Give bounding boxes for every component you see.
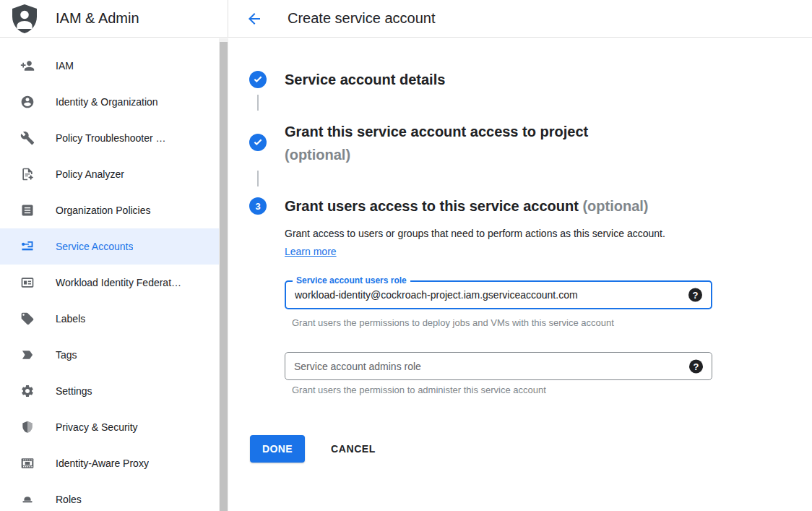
admins-role-input[interactable] xyxy=(285,353,712,379)
sidebar-item-label: Roles xyxy=(56,494,82,505)
sidebar-item-label: Tags xyxy=(56,349,77,361)
users-role-floating-label: Service account users role xyxy=(293,275,410,286)
step2-check-icon xyxy=(249,134,267,151)
wrench-icon xyxy=(20,131,35,145)
shield-half-icon xyxy=(20,420,35,434)
step-connector xyxy=(257,171,259,186)
list-doc-icon xyxy=(20,203,35,218)
card-icon xyxy=(20,275,35,290)
main-panel: Create service account Service account d… xyxy=(228,0,812,511)
sidebar-item-workload-identity-federation[interactable]: Workload Identity Federat… xyxy=(0,265,219,301)
sidebar-item-identity-aware-proxy[interactable]: Identity-Aware Proxy xyxy=(0,445,219,481)
learn-more-link[interactable]: Learn more xyxy=(285,246,337,257)
step3-number-badge: 3 xyxy=(249,197,267,215)
sidebar-item-label: Privacy & Security xyxy=(56,421,138,433)
sidebar-item-label: Identity-Aware Proxy xyxy=(56,458,149,469)
sidebar-item-label: Settings xyxy=(56,385,92,397)
sidebar: IAM & Admin IAM Identity & Organization … xyxy=(0,0,228,511)
sidebar-item-settings[interactable]: Settings xyxy=(0,373,219,409)
arrow-back-icon xyxy=(246,10,263,27)
hat-icon xyxy=(20,492,35,507)
sidebar-item-policy-analyzer[interactable]: Policy Analyzer xyxy=(0,156,219,192)
sidebar-scrollbar[interactable] xyxy=(219,38,228,511)
service-account-key-icon xyxy=(20,239,35,254)
sidebar-item-iam[interactable]: IAM xyxy=(0,48,219,84)
step3-description: Grant access to users or groups that nee… xyxy=(285,225,683,261)
iam-admin-logo-shield-person-icon xyxy=(12,4,38,33)
gcp-console-window: IAM & Admin IAM Identity & Organization … xyxy=(0,0,812,511)
proxy-icon xyxy=(20,456,35,471)
sidebar-item-label: Policy Analyzer xyxy=(56,168,124,180)
tag-arrow-icon xyxy=(20,348,35,362)
sidebar-item-labels[interactable]: Labels xyxy=(0,301,219,337)
done-button[interactable]: DONE xyxy=(250,435,305,463)
sidebar-item-label: Policy Troubleshooter … xyxy=(56,132,166,144)
sidebar-item-organization-policies[interactable]: Organization Policies xyxy=(0,192,219,228)
service-account-users-role-field: Service account users role ? xyxy=(285,280,712,309)
sidebar-item-policy-troubleshooter[interactable]: Policy Troubleshooter … xyxy=(0,120,219,156)
sidebar-item-label: Organization Policies xyxy=(56,205,151,216)
label-tag-icon xyxy=(20,312,35,326)
users-role-helper-text: Grant users the permissions to deploy jo… xyxy=(292,317,614,328)
account-circle-icon xyxy=(20,95,35,109)
sidebar-nav: IAM Identity & Organization Policy Troub… xyxy=(0,38,219,511)
back-button[interactable] xyxy=(246,10,263,27)
scrollbar-thumb[interactable] xyxy=(220,42,228,511)
gear-icon xyxy=(20,384,35,398)
step2-optional-text: (optional) xyxy=(285,143,588,166)
admins-role-helper-text: Grant users the permission to administer… xyxy=(292,385,546,395)
sidebar-item-label: Service Accounts xyxy=(56,241,133,252)
sidebar-item-tags[interactable]: Tags xyxy=(0,337,219,373)
step3-optional-text: (optional) xyxy=(582,198,648,214)
sidebar-item-service-accounts[interactable]: Service Accounts xyxy=(0,228,219,265)
step1-check-icon xyxy=(249,71,267,88)
step-connector xyxy=(257,95,259,111)
help-icon[interactable]: ? xyxy=(688,288,702,302)
cancel-button[interactable]: CANCEL xyxy=(325,435,381,463)
sidebar-item-label: Workload Identity Federat… xyxy=(56,277,181,288)
step3-title: Grant users access to this service accou… xyxy=(285,196,649,216)
sidebar-item-identity-organization[interactable]: Identity & Organization xyxy=(0,84,219,120)
main-header: Create service account xyxy=(228,0,812,38)
sidebar-item-privacy-security[interactable]: Privacy & Security xyxy=(0,409,219,445)
step1-title: Service account details xyxy=(285,69,445,90)
sidebar-item-roles[interactable]: Roles xyxy=(0,481,219,511)
sidebar-item-label: Labels xyxy=(56,313,85,325)
product-title: IAM & Admin xyxy=(56,10,139,27)
sidebar-item-label: Identity & Organization xyxy=(56,96,158,108)
description-text: Grant access to users or groups that nee… xyxy=(285,228,665,239)
sidebar-item-label: IAM xyxy=(56,60,74,72)
help-icon[interactable]: ? xyxy=(689,359,703,373)
document-gear-icon xyxy=(20,167,35,181)
sidebar-header: IAM & Admin xyxy=(0,0,228,38)
page-title: Create service account xyxy=(288,10,436,27)
step2-title-text: Grant this service account access to pro… xyxy=(285,124,588,139)
person-add-icon xyxy=(20,59,35,73)
step2-title: Grant this service account access to pro… xyxy=(285,120,588,166)
step3-title-text: Grant users access to this service accou… xyxy=(285,198,579,214)
step1-title-text: Service account details xyxy=(285,72,445,87)
service-account-admins-role-field: ? xyxy=(285,352,712,380)
